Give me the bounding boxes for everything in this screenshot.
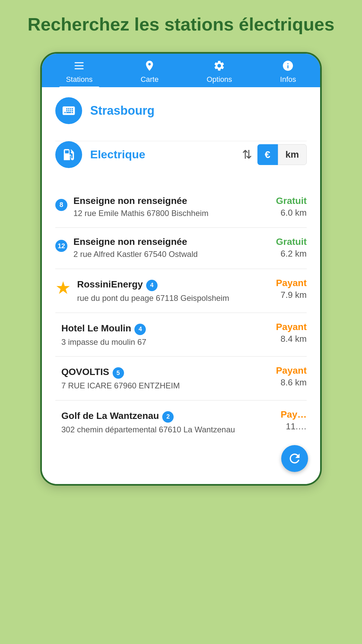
nav-label-options: Options	[207, 75, 232, 84]
station-badge: 12	[55, 240, 67, 252]
station-name: Hotel Le Moulin 4	[61, 322, 263, 335]
station-name: QOVOLTIS 5	[61, 365, 263, 379]
list-icon	[73, 60, 85, 74]
nav-label-carte: Carte	[140, 75, 159, 84]
fuel-filter-row: Electrique ⇅ € km	[55, 141, 307, 175]
fuel-type-label[interactable]: Electrique	[90, 148, 242, 161]
currency-button[interactable]: €	[257, 144, 278, 165]
station-list: 8 Enseigne non renseignée 12 rue Emile M…	[55, 187, 307, 444]
distance-label: 8.4 km	[263, 334, 307, 344]
location-icon	[143, 60, 156, 74]
nav-item-options[interactable]: Options	[200, 60, 239, 84]
nav-item-carte[interactable]: Carte	[134, 60, 165, 84]
station-name: RossiniEnergy 4	[77, 278, 263, 291]
price-label: Gratuit	[263, 236, 307, 247]
nav-label-stations: Stations	[66, 75, 93, 84]
station-badge: 2	[162, 411, 174, 423]
price-label: Gratuit	[263, 196, 307, 206]
distance-label: 6.0 km	[263, 208, 307, 218]
gear-icon	[213, 60, 225, 74]
list-item[interactable]: ★ RossiniEnergy 4 rue du pont du peage 6…	[55, 269, 307, 313]
station-price-info: Payant 8.6 km	[263, 365, 307, 388]
price-label: Payant	[263, 365, 307, 376]
station-info: Golf de La Wantzenau 2 302 chemin départ…	[61, 409, 263, 435]
list-item[interactable]: Hotel Le Moulin 4 3 impasse du moulin 67…	[55, 313, 307, 357]
sort-icon[interactable]: ⇅	[242, 148, 252, 162]
nav-label-infos: Infos	[280, 75, 296, 84]
fuel-icon-circle[interactable]	[55, 141, 82, 168]
station-badge: 4	[134, 324, 146, 335]
station-address: 3 impasse du moulin 67	[61, 336, 263, 348]
station-price-info: Gratuit 6.0 km	[263, 196, 307, 218]
station-price-info: Payant 7.9 km	[263, 278, 307, 300]
station-info: Enseigne non renseignée 2 rue Alfred Kas…	[73, 236, 263, 260]
station-badge: 4	[146, 280, 158, 291]
price-label: Payant	[263, 322, 307, 332]
nav-item-stations[interactable]: Stations	[59, 60, 100, 84]
svg-rect-1	[75, 65, 84, 66]
star-icon: ★	[55, 279, 71, 297]
station-name: Golf de La Wantzenau 2	[61, 409, 263, 423]
unit-button[interactable]: km	[278, 144, 307, 165]
station-info: QOVOLTIS 5 7 RUE ICARE 67960 ENTZHEIM	[61, 365, 263, 391]
city-search-row[interactable]: Strasbourg	[55, 97, 307, 131]
info-icon	[282, 60, 294, 74]
station-address: 7 RUE ICARE 67960 ENTZHEIM	[61, 380, 263, 391]
page-title: Recherchez les stations électriques	[7, 13, 354, 35]
station-price-info: Gratuit 6.2 km	[263, 236, 307, 259]
station-name: Enseigne non renseignée	[73, 236, 263, 247]
station-address: 2 rue Alfred Kastler 67540 Ostwald	[73, 249, 263, 260]
station-info: Hotel Le Moulin 4 3 impasse du moulin 67	[61, 322, 263, 348]
station-name: Enseigne non renseignée	[73, 196, 263, 206]
list-item[interactable]: Golf de La Wantzenau 2 302 chemin départ…	[55, 400, 307, 444]
station-badge: 8	[55, 199, 67, 211]
nav-item-infos[interactable]: Infos	[274, 60, 303, 84]
station-price-info: Payant 8.4 km	[263, 322, 307, 344]
distance-label: 6.2 km	[263, 249, 307, 259]
price-label: Pay…	[263, 409, 307, 420]
svg-rect-2	[75, 68, 84, 69]
distance-label: 11.…	[263, 421, 307, 432]
station-icon-area: ★	[55, 278, 71, 297]
distance-label: 7.9 km	[263, 290, 307, 300]
content-area: Strasbourg Electrique ⇅ € km 8	[42, 87, 320, 484]
station-icon-area: 8	[55, 196, 67, 211]
station-info: RossiniEnergy 4 rue du pont du peage 671…	[77, 278, 263, 304]
city-name[interactable]: Strasbourg	[90, 104, 155, 118]
keyboard-icon-circle[interactable]	[55, 97, 82, 124]
list-item[interactable]: 12 Enseigne non renseignée 2 rue Alfred …	[55, 228, 307, 269]
station-icon-area: 12	[55, 236, 67, 252]
list-item[interactable]: 8 Enseigne non renseignée 12 rue Emile M…	[55, 187, 307, 228]
price-label: Payant	[263, 278, 307, 288]
nav-bar: Stations Carte Options	[42, 54, 320, 87]
list-item[interactable]: QOVOLTIS 5 7 RUE ICARE 67960 ENTZHEIM Pa…	[55, 357, 307, 400]
distance-label: 8.6 km	[263, 377, 307, 388]
refresh-fab[interactable]	[281, 445, 308, 472]
svg-rect-0	[75, 62, 84, 63]
station-info: Enseigne non renseignée 12 rue Emile Mat…	[73, 196, 263, 219]
station-price-info: Pay… 11.…	[263, 409, 307, 432]
phone-frame: Stations Carte Options	[40, 52, 322, 486]
station-address: 12 rue Emile Mathis 67800 Bischheim	[73, 208, 263, 219]
station-badge: 5	[113, 367, 124, 379]
station-address: 302 chemin départemental 67610 La Wantze…	[61, 424, 263, 435]
station-address: rue du pont du peage 67118 Geispolsheim	[77, 292, 263, 304]
